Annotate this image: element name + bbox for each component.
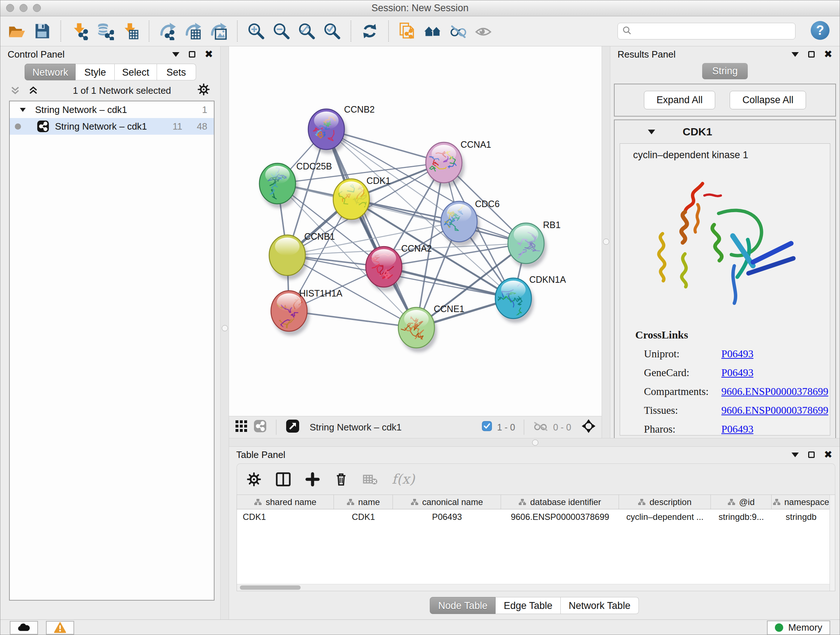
horizontal-scroll-thumb[interactable] [240,585,301,590]
select-columns-icon[interactable] [275,471,291,487]
network-row[interactable]: String Network – cdk1 11 48 [10,118,214,135]
crosslink-link[interactable]: P06493 [722,367,753,379]
zoom-selected-button[interactable] [321,19,343,43]
crosslink-link[interactable]: P06493 [722,348,753,360]
cloud-button[interactable] [10,621,38,635]
network-node-CDC25B[interactable] [259,163,298,208]
column-header--id[interactable]: @id [711,495,772,509]
float-panel-icon[interactable] [189,51,195,57]
network-node-RB1[interactable] [508,223,546,268]
open-session-button[interactable] [5,19,28,43]
cell: CDK1 [237,512,334,522]
string-import-button[interactable] [396,19,418,43]
network-node-CDKN1A[interactable] [495,278,534,323]
collapse-all-icon[interactable] [11,86,20,95]
expand-all-button[interactable]: Expand All [644,91,715,109]
zoom-in-button[interactable] [245,19,267,43]
horizontal-splitter[interactable] [229,438,840,447]
network-node-CCNB2[interactable] [308,109,347,154]
fit-selection-crosshair-icon[interactable] [581,419,596,436]
float-panel-icon[interactable] [808,451,815,458]
right-splitter-handle[interactable] [603,239,609,245]
hidden-glasses-icon[interactable] [533,421,548,434]
table-vertical-scrollbar[interactable] [829,495,835,591]
import-table-button[interactable] [119,19,141,43]
column-header-namespace[interactable]: namespace [772,495,831,509]
import-network-file-button[interactable] [68,19,91,43]
network-options-gear-icon[interactable] [197,83,210,98]
close-panel-icon[interactable]: ✖ [824,450,832,460]
float-panel-icon[interactable] [808,51,815,57]
string-home-button[interactable] [422,19,444,43]
enhanced-labels-button[interactable] [472,19,494,43]
zoom-out-button[interactable] [270,19,293,43]
network-edge[interactable] [351,199,526,243]
network-node-CDK1[interactable] [333,179,372,224]
tab-sets[interactable]: Sets [157,64,196,80]
right-splitter[interactable] [602,46,610,438]
open-in-browser-icon[interactable] [286,419,300,435]
help-button[interactable]: ? [811,21,829,40]
network-canvas[interactable]: CCNB2CCNA1CDC25BCDK1CDC6RB1CCNB1CCNA2CDK… [229,46,602,416]
close-panel-icon[interactable]: ✖ [824,49,832,59]
toolbar-separator [149,21,149,42]
zoom-fit-button[interactable] [295,19,318,43]
warnings-button[interactable] [46,621,74,635]
network-node-CCNA1[interactable] [425,142,464,187]
network-node-CDC6[interactable] [441,201,480,246]
column-header-name[interactable]: name [334,495,393,509]
column-header-database-identifier[interactable]: database identifier [501,495,619,509]
crosslink-link[interactable]: 9606.ENSP00000378699 [722,404,829,416]
tab-style[interactable]: Style [76,64,115,80]
expand-all-icon[interactable] [28,86,38,95]
node-label: CCNB1 [304,231,335,241]
birds-eye-view-icon[interactable] [235,420,248,435]
left-splitter-handle[interactable] [222,325,228,331]
search-input[interactable] [635,26,791,36]
minimize-window-button[interactable] [19,4,27,12]
panel-menu-icon[interactable] [172,52,180,57]
tab-node-table[interactable]: Node Table [430,597,496,614]
panel-menu-icon[interactable] [791,52,799,57]
tab-select[interactable]: Select [115,64,156,80]
network-collection-row[interactable]: String Network – cdk1 1 [10,101,214,118]
tab-edge-table[interactable]: Edge Table [496,597,561,614]
glass-ball-effect-button[interactable] [447,19,469,43]
column-header-shared-name[interactable]: shared name [237,495,334,509]
search-icon [622,26,632,36]
horizontal-splitter-handle[interactable] [532,440,538,446]
delete-column-trash-icon[interactable] [334,472,348,487]
save-session-button[interactable] [31,19,53,43]
string-style-icon[interactable] [254,420,267,435]
column-header-canonical-name[interactable]: canonical name [393,495,501,509]
crosslink-link[interactable]: 9606.ENSP00000378699 [722,386,829,397]
column-header-description[interactable]: description [619,495,711,509]
create-column-plus-icon[interactable] [305,472,320,487]
tab-string[interactable]: String [702,63,748,79]
export-table-button[interactable] [182,19,204,43]
close-window-button[interactable] [6,4,14,12]
table-row[interactable]: CDK1CDK1P064939606.ENSP00000378699cyclin… [237,509,835,524]
import-network-database-button[interactable] [94,19,116,43]
export-network-button[interactable] [156,19,179,43]
search-box[interactable] [617,23,796,40]
table-horizontal-scrollbar[interactable] [237,584,829,591]
collection-expander-icon[interactable] [20,108,26,112]
app-window: Session: New Session ? Control Panel ✖ N… [0,0,840,635]
apply-layout-button[interactable] [358,19,381,43]
collapse-all-button[interactable]: Collapse All [729,91,806,109]
panel-menu-icon[interactable] [791,453,799,457]
tab-network[interactable]: Network [25,64,76,80]
protein-expander-icon[interactable] [648,130,655,134]
maximize-window-button[interactable] [33,4,41,12]
memory-button[interactable]: Memory [767,621,830,635]
crosslink-link[interactable]: P06493 [722,423,753,435]
network-node-CCNA2[interactable] [366,247,404,291]
table-settings-gear-icon[interactable] [246,472,262,487]
close-panel-icon[interactable]: ✖ [205,49,213,59]
left-splitter[interactable] [220,46,229,619]
network-node-CCNE1[interactable] [398,307,437,352]
tab-network-table[interactable]: Network Table [561,597,639,614]
selected-checkbox-icon[interactable] [482,421,492,434]
export-image-button[interactable] [207,19,230,43]
